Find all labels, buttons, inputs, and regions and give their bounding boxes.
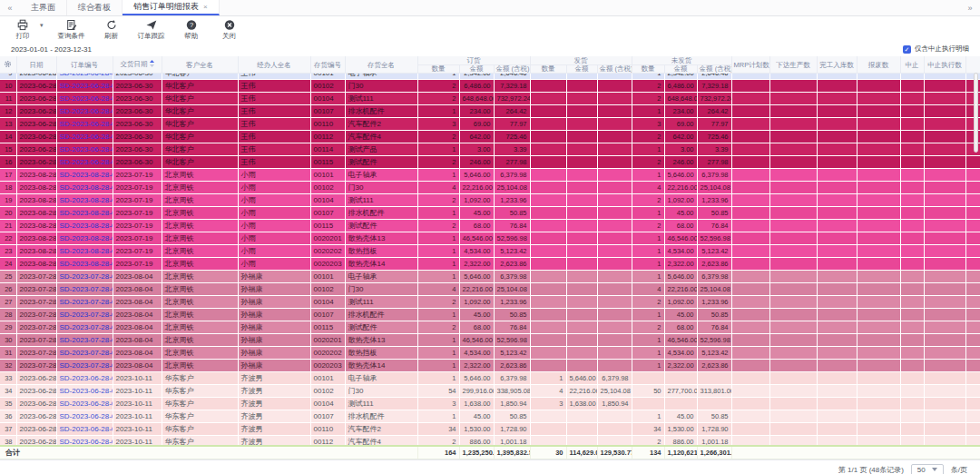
table-row[interactable]: 352023-06-28SD-2023-06-28-000022023-10-1…	[0, 398, 980, 410]
column-header-order-amount-tax[interactable]: 金额 (含税)	[494, 65, 530, 74]
order-track-button[interactable]: 订单跟踪	[138, 19, 165, 41]
order-link[interactable]: SD-2023-08-28-00006	[60, 209, 113, 217]
order-link[interactable]: SD-2023-08-28-00006	[60, 247, 113, 255]
column-header-order-qty[interactable]: 数量	[417, 65, 459, 74]
table-row[interactable]: 182023-08-28SD-2023-08-28-000062023-07-1…	[0, 182, 980, 194]
column-header-ship-qty[interactable]: 数量	[530, 65, 566, 74]
table-row[interactable]: 172023-08-28SD-2023-08-28-000062023-07-1…	[0, 169, 980, 182]
column-header-mrp[interactable]: MRP计划数	[731, 56, 769, 74]
order-link[interactable]: SD-2023-07-28-00005	[60, 323, 113, 331]
order-link[interactable]: SD-2023-07-28-00005	[60, 272, 113, 281]
column-header-item-code[interactable]: 存货编号	[310, 56, 345, 74]
order-link[interactable]: SD-2023-06-28-00002	[60, 412, 113, 420]
table-row[interactable]: 282023-07-28SD-2023-07-28-000052023-08-0…	[0, 309, 980, 321]
order-link[interactable]: SD-2023-06-28-00001	[60, 145, 113, 153]
table-row[interactable]: 112023-06-28SD-2023-06-28-000012023-06-3…	[0, 93, 980, 105]
vertical-scrollbar-thumb[interactable]	[974, 73, 978, 153]
order-link[interactable]: SD-2023-06-28-00002	[60, 374, 113, 382]
table-row[interactable]: 332023-06-28SD-2023-06-28-000022023-10-1…	[0, 372, 980, 385]
order-link[interactable]: SD-2023-06-28-00002	[60, 400, 113, 408]
order-link[interactable]: SD-2023-06-28-00001	[60, 94, 113, 103]
order-link[interactable]: SD-2023-06-28-00002	[60, 438, 113, 445]
order-link[interactable]: SD-2023-07-28-00005	[60, 285, 113, 293]
order-link[interactable]: SD-2023-08-28-00006	[60, 183, 113, 192]
order-link[interactable]: SD-2023-06-28-00001	[60, 74, 113, 77]
order-link[interactable]: SD-2023-08-28-00006	[60, 260, 113, 268]
column-header-halt-exec[interactable]: 中止执行数	[924, 56, 965, 74]
table-row[interactable]: 222023-08-28SD-2023-08-28-000062023-07-1…	[0, 232, 980, 245]
tab-main[interactable]: 主界面	[20, 0, 67, 15]
column-header-order-amount[interactable]: 金额	[459, 65, 494, 74]
order-link[interactable]: SD-2023-07-28-00005	[60, 349, 113, 357]
tab-sales-order-report[interactable]: 销售订单明细报表 ×	[122, 0, 220, 15]
tab-dashboard[interactable]: 综合看板	[67, 0, 122, 15]
order-link[interactable]: SD-2023-06-28-00002	[60, 425, 113, 433]
chevrons-right-icon[interactable]: »	[960, 0, 980, 15]
table-row[interactable]: 252023-07-28SD-2023-07-28-000052023-08-0…	[0, 271, 980, 283]
table-row[interactable]: 372023-06-28SD-2023-06-28-000022023-10-1…	[0, 423, 980, 436]
chevrons-left-icon[interactable]: «	[0, 0, 20, 15]
help-button[interactable]: ? 帮助	[180, 19, 203, 41]
column-header-ship-amount-tax[interactable]: 金额 (含税)	[597, 65, 632, 74]
page-size-select[interactable]: 50	[911, 464, 944, 474]
column-header-finished[interactable]: 完工入库数	[817, 56, 857, 74]
table-row[interactable]: 232023-08-28SD-2023-08-28-000062023-07-1…	[0, 245, 980, 258]
order-link[interactable]: SD-2023-06-28-00001	[60, 107, 113, 115]
order-link[interactable]: SD-2023-08-28-00006	[60, 234, 113, 242]
column-header-handler[interactable]: 经办人全名	[238, 56, 310, 74]
column-header-customer[interactable]: 客户全名	[162, 56, 238, 74]
table-row[interactable]: 152023-06-28SD-2023-06-28-000012023-06-3…	[0, 143, 980, 156]
column-header-halt[interactable]: 中止	[900, 56, 924, 74]
order-link[interactable]: SD-2023-07-28-00005	[60, 298, 113, 306]
table-row[interactable]: 242023-08-28SD-2023-08-28-000062023-07-1…	[0, 258, 980, 271]
sort-icon[interactable]	[150, 60, 154, 69]
table-row[interactable]: 342023-06-28SD-2023-06-28-000022023-10-1…	[0, 385, 980, 398]
order-link[interactable]: SD-2023-07-28-00005	[60, 361, 113, 370]
refresh-button[interactable]: 刷新	[100, 19, 123, 41]
table-row[interactable]: 122023-06-28SD-2023-06-28-000012023-06-3…	[0, 105, 980, 118]
order-link[interactable]: SD-2023-08-28-00006	[60, 171, 113, 179]
table-row[interactable]: 272023-07-28SD-2023-07-28-000052023-08-0…	[0, 296, 980, 309]
column-header-unship-qty[interactable]: 数量	[632, 65, 664, 74]
table-row[interactable]: 102023-06-28SD-2023-06-28-000012023-06-3…	[0, 80, 980, 93]
print-dropdown-caret-icon[interactable]: ▾	[40, 22, 44, 29]
table-row[interactable]: 212023-08-28SD-2023-08-28-000062023-07-1…	[0, 220, 980, 232]
query-criteria-button[interactable]: 查询条件	[58, 19, 85, 41]
table-row[interactable]: 292023-07-28SD-2023-07-28-000052023-08-0…	[0, 321, 980, 334]
order-link[interactable]: SD-2023-06-28-00001	[60, 133, 113, 141]
table-row[interactable]: 202023-08-28SD-2023-08-28-000062023-07-1…	[0, 207, 980, 220]
table-row[interactable]: 322023-07-28SD-2023-07-28-000052023-08-0…	[0, 360, 980, 372]
order-link[interactable]: SD-2023-07-28-00005	[60, 336, 113, 344]
column-header-delivery-date[interactable]: 交货日期	[113, 56, 162, 74]
column-header-unship-amount[interactable]: 金额	[664, 65, 697, 74]
order-link[interactable]: SD-2023-07-28-00005	[60, 311, 113, 319]
column-header-item-name[interactable]: 存货全名	[345, 56, 417, 74]
order-link[interactable]: SD-2023-08-28-00006	[60, 196, 113, 204]
print-button[interactable]: 打印	[11, 19, 34, 41]
close-tab-icon[interactable]: ×	[203, 3, 208, 11]
column-header-production[interactable]: 下达生产数	[769, 56, 817, 74]
column-settings-header[interactable]	[0, 56, 16, 74]
column-header-order-no[interactable]: 订单编号	[56, 56, 113, 74]
column-header-ship-amount[interactable]: 金额	[566, 65, 597, 74]
table-row[interactable]: 312023-07-28SD-2023-07-28-000052023-08-0…	[0, 347, 980, 360]
table-row[interactable]: 192023-08-28SD-2023-08-28-000062023-07-1…	[0, 194, 980, 207]
halt-only-checkbox[interactable]: ✓ 仅含中止执行明细	[903, 44, 969, 54]
table-row[interactable]: 142023-06-28SD-2023-06-28-000012023-06-3…	[0, 131, 980, 143]
table-row[interactable]: 132023-06-28SD-2023-06-28-000012023-06-3…	[0, 118, 980, 131]
column-header-scrap[interactable]: 报废数	[857, 56, 900, 74]
order-link[interactable]: SD-2023-06-28-00002	[60, 387, 113, 395]
order-link[interactable]: SD-2023-06-28-00001	[60, 82, 113, 90]
order-link[interactable]: SD-2023-06-28-00001	[60, 120, 113, 128]
cell-item-code: 00104	[310, 398, 345, 410]
table-row[interactable]: 262023-07-28SD-2023-07-28-000052023-08-0…	[0, 283, 980, 296]
table-row[interactable]: 382023-06-28SD-2023-06-28-000022023-10-1…	[0, 436, 980, 446]
table-row[interactable]: 362023-06-28SD-2023-06-28-000022023-10-1…	[0, 410, 980, 423]
table-row[interactable]: 162023-06-28SD-2023-06-28-000012023-06-3…	[0, 156, 980, 169]
close-button[interactable]: 关闭	[218, 19, 241, 41]
column-header-date[interactable]: 日期	[16, 56, 56, 74]
column-header-unship-amount-tax[interactable]: 金额 (含税)	[697, 65, 731, 74]
table-row[interactable]: 302023-07-28SD-2023-07-28-000052023-08-0…	[0, 334, 980, 347]
order-link[interactable]: SD-2023-08-28-00006	[60, 222, 113, 230]
order-link[interactable]: SD-2023-06-28-00001	[60, 158, 113, 166]
